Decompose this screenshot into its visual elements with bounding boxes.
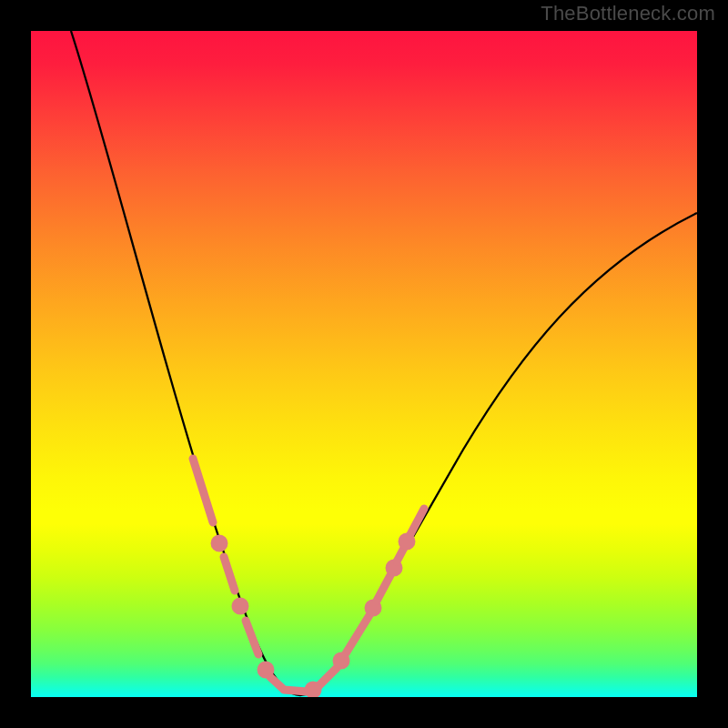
watermark-text: TheBottleneck.com xyxy=(541,2,715,25)
plot-gradient-area xyxy=(31,31,697,697)
chart-frame: TheBottleneck.com xyxy=(0,0,728,728)
